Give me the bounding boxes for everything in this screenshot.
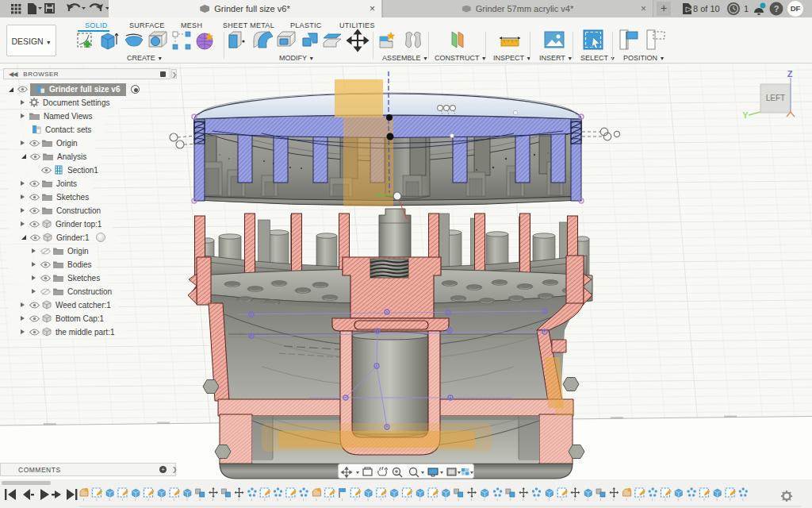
svg-text:Z: Z	[787, 69, 793, 79]
svg-text:LEFT: LEFT	[766, 94, 785, 102]
svg-text:Y: Y	[742, 110, 749, 120]
svg-text:?: ?	[774, 4, 779, 13]
